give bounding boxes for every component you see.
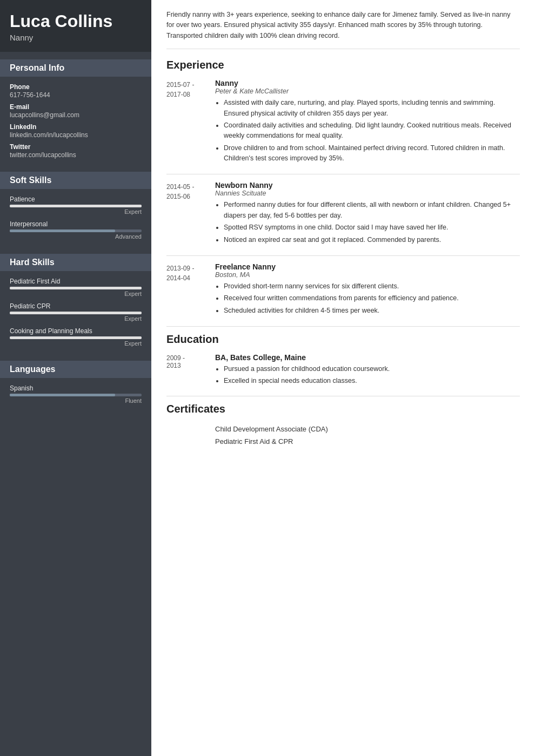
exp-freelance-date: 2013-09 - 2014-04 bbox=[166, 262, 215, 318]
edu-ba-date: 2009 - 2013 bbox=[166, 353, 215, 388]
skill-cpr-level: Expert bbox=[10, 315, 142, 322]
cert-item-cda: Child Development Associate (CDA) bbox=[215, 423, 520, 435]
skill-spanish-level: Fluent bbox=[10, 397, 142, 404]
exp-entry-newborn: 2014-05 - 2015-06 Newborn Nanny Nannies … bbox=[166, 181, 520, 247]
skill-interpersonal-name: Interpersonal bbox=[10, 220, 142, 228]
skill-cooking-name: Cooking and Planning Meals bbox=[10, 327, 142, 335]
exp-nanny-bullets: Assisted with daily care, nurturing, and… bbox=[215, 98, 520, 164]
experience-section: Experience 2015-07 - 2017-08 Nanny Peter… bbox=[166, 59, 520, 318]
exp-nanny-date: 2015-07 - 2017-08 bbox=[166, 79, 215, 165]
skill-cpr-name: Pediatric CPR bbox=[10, 302, 142, 310]
email-label: E-mail bbox=[10, 103, 142, 111]
sidebar-header: Luca Collins Nanny bbox=[0, 0, 151, 52]
list-item: Noticed an expired car seat and got it r… bbox=[224, 235, 520, 245]
exp-nanny-content: Nanny Peter & Kate McCallister Assisted … bbox=[215, 79, 520, 165]
list-item: Assisted with daily care, nurturing, and… bbox=[224, 98, 520, 119]
sidebar: Luca Collins Nanny Personal Info Phone 6… bbox=[0, 0, 151, 756]
skill-first-aid-level: Expert bbox=[10, 291, 142, 297]
personal-info-section: Personal Info Phone 617-756-1644 E-mail … bbox=[0, 52, 151, 164]
exp-newborn-company: Nannies Scituate bbox=[215, 190, 520, 197]
languages-heading: Languages bbox=[0, 361, 151, 378]
soft-skills-section: Soft Skills Patience Expert Interpersona… bbox=[0, 164, 151, 246]
skill-cpr-bar-bg bbox=[10, 312, 142, 314]
summary-text: Friendly nanny with 3+ years experience,… bbox=[166, 10, 520, 49]
certificates-section: Certificates Child Development Associate… bbox=[166, 403, 520, 448]
list-item: Pursued a passion for childhood educatio… bbox=[224, 364, 520, 374]
skill-spanish: Spanish Fluent bbox=[10, 384, 142, 404]
edu-ba-content: BA, Bates College, Maine Pursued a passi… bbox=[215, 353, 520, 388]
skill-patience-level: Expert bbox=[10, 208, 142, 215]
skill-cooking-bar-bg bbox=[10, 336, 142, 339]
exp-newborn-content: Newborn Nanny Nannies Scituate Performed… bbox=[215, 181, 520, 247]
phone-label: Phone bbox=[10, 83, 142, 91]
hard-skills-heading: Hard Skills bbox=[0, 254, 151, 271]
list-item: Excelled in special needs education clas… bbox=[224, 376, 520, 386]
edu-entry-ba: 2009 - 2013 BA, Bates College, Maine Pur… bbox=[166, 353, 520, 388]
skill-cooking: Cooking and Planning Meals Expert bbox=[10, 327, 142, 347]
main-content: Friendly nanny with 3+ years experience,… bbox=[151, 0, 535, 756]
skill-first-aid-bar-bg bbox=[10, 287, 142, 289]
skill-interpersonal-level: Advanced bbox=[10, 233, 142, 240]
twitter-value: twitter.com/lucapcollins bbox=[10, 151, 142, 159]
certificates-heading: Certificates bbox=[166, 403, 520, 417]
divider bbox=[166, 174, 520, 174]
twitter-label: Twitter bbox=[10, 143, 142, 151]
exp-freelance-content: Freelance Nanny Boston, MA Provided shor… bbox=[215, 262, 520, 318]
skill-spanish-bar-bg bbox=[10, 394, 142, 396]
skill-cpr-bar-fill bbox=[10, 312, 142, 314]
linkedin-value: linkedin.com/in/lucapcollins bbox=[10, 131, 142, 139]
exp-newborn-bullets: Performed nanny duties for four differen… bbox=[215, 200, 520, 245]
skill-patience-bar-fill bbox=[10, 205, 142, 207]
skill-cpr: Pediatric CPR Expert bbox=[10, 302, 142, 322]
skill-patience-bar-bg bbox=[10, 205, 142, 207]
education-section: Education 2009 - 2013 BA, Bates College,… bbox=[166, 333, 520, 388]
education-heading: Education bbox=[166, 333, 520, 348]
edu-ba-degree: BA, Bates College, Maine bbox=[215, 353, 520, 362]
divider bbox=[166, 255, 520, 256]
exp-nanny-title: Nanny bbox=[215, 79, 520, 87]
skill-first-aid-bar-fill bbox=[10, 287, 142, 289]
candidate-name: Luca Collins bbox=[10, 12, 142, 31]
skill-patience-name: Patience bbox=[10, 195, 142, 203]
skill-first-aid: Pediatric First Aid Expert bbox=[10, 278, 142, 297]
list-item: Received four written commendations from… bbox=[224, 293, 520, 303]
skill-patience: Patience Expert bbox=[10, 195, 142, 215]
list-item: Performed nanny duties for four differen… bbox=[224, 200, 520, 221]
skill-first-aid-name: Pediatric First Aid bbox=[10, 278, 142, 285]
languages-section: Languages Spanish Fluent bbox=[0, 353, 151, 410]
list-item: Provided short-term nanny services for s… bbox=[224, 281, 520, 292]
skill-interpersonal-bar-fill bbox=[10, 230, 115, 232]
list-item: Drove children to and from school. Maint… bbox=[224, 143, 520, 164]
exp-entry-freelance: 2013-09 - 2014-04 Freelance Nanny Boston… bbox=[166, 262, 520, 318]
experience-heading: Experience bbox=[166, 59, 520, 73]
skill-interpersonal-bar-bg bbox=[10, 230, 142, 232]
section-divider-edu bbox=[166, 326, 520, 327]
candidate-title: Nanny bbox=[10, 33, 142, 42]
list-item: Coordinated daily activities and schedul… bbox=[224, 120, 520, 141]
exp-entry-nanny: 2015-07 - 2017-08 Nanny Peter & Kate McC… bbox=[166, 79, 520, 165]
skill-spanish-bar-fill bbox=[10, 394, 115, 396]
personal-info-heading: Personal Info bbox=[0, 59, 151, 77]
skill-interpersonal: Interpersonal Advanced bbox=[10, 220, 142, 240]
section-divider-cert bbox=[166, 396, 520, 396]
exp-newborn-date: 2014-05 - 2015-06 bbox=[166, 181, 215, 247]
exp-newborn-title: Newborn Nanny bbox=[215, 181, 520, 190]
edu-ba-bullets: Pursued a passion for childhood educatio… bbox=[215, 364, 520, 387]
linkedin-label: LinkedIn bbox=[10, 123, 142, 131]
email-value: lucapcollins@gmail.com bbox=[10, 111, 142, 119]
list-item: Spotted RSV symptoms in one child. Docto… bbox=[224, 222, 520, 233]
skill-cooking-bar-fill bbox=[10, 336, 142, 339]
skill-cooking-level: Expert bbox=[10, 340, 142, 347]
exp-freelance-company: Boston, MA bbox=[215, 271, 520, 279]
exp-freelance-bullets: Provided short-term nanny services for s… bbox=[215, 281, 520, 316]
list-item: Scheduled activities for children 4-5 ti… bbox=[224, 306, 520, 316]
hard-skills-section: Hard Skills Pediatric First Aid Expert P… bbox=[0, 246, 151, 353]
exp-freelance-title: Freelance Nanny bbox=[215, 262, 520, 271]
phone-value: 617-756-1644 bbox=[10, 91, 142, 99]
exp-nanny-company: Peter & Kate McCallister bbox=[215, 87, 520, 95]
cert-item-firstaid: Pediatric First Aid & CPR bbox=[215, 435, 520, 448]
skill-spanish-name: Spanish bbox=[10, 384, 142, 392]
soft-skills-heading: Soft Skills bbox=[0, 172, 151, 189]
